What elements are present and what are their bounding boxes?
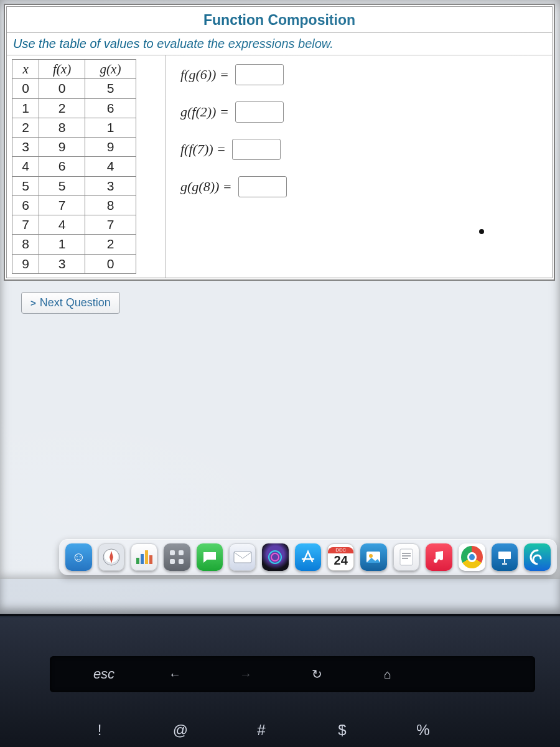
problem-frame-outer: Function Composition Use the table of va… bbox=[4, 4, 555, 281]
calendar-month-label: DEC bbox=[328, 547, 353, 553]
svg-point-10 bbox=[369, 554, 373, 558]
question-1-label: f(g(6)) = bbox=[180, 67, 229, 83]
grid-icon bbox=[169, 549, 185, 565]
svg-rect-11 bbox=[400, 549, 413, 565]
dock-safari-icon[interactable] bbox=[98, 543, 125, 571]
laptop-screen: Function Composition Use the table of va… bbox=[0, 0, 560, 616]
question-4-label: g(g(8)) = bbox=[180, 179, 232, 195]
next-question-label: Next Question bbox=[40, 296, 111, 309]
bar-chart-icon bbox=[136, 550, 152, 564]
macos-dock: ☺ bbox=[59, 539, 557, 575]
touch-bar: esc ← → ↻ ⌂ bbox=[50, 656, 535, 692]
question-4: g(g(8)) = bbox=[180, 176, 542, 197]
table-row: 6 7 8 bbox=[12, 195, 136, 215]
chevron-right-icon: > bbox=[30, 298, 36, 308]
svg-rect-6 bbox=[234, 552, 251, 563]
question-4-input[interactable] bbox=[238, 176, 287, 197]
touchbar-back-icon[interactable]: ← bbox=[158, 667, 192, 682]
next-question-button[interactable]: > Next Question bbox=[21, 292, 120, 314]
svg-point-8 bbox=[271, 553, 279, 561]
dock-edge-icon[interactable] bbox=[524, 543, 551, 571]
table-row: 7 4 7 bbox=[12, 215, 136, 235]
question-3-input[interactable] bbox=[232, 139, 281, 160]
col-header-x: x bbox=[12, 60, 39, 79]
dock-mail-icon[interactable] bbox=[229, 543, 256, 571]
svg-rect-4 bbox=[170, 559, 175, 564]
music-note-icon bbox=[432, 550, 447, 565]
table-row: 5 5 3 bbox=[12, 176, 136, 195]
values-table-cell: x f(x) g(x) 0 0 5 bbox=[7, 55, 166, 278]
dock-numbers-icon[interactable] bbox=[131, 543, 157, 571]
siri-wave-icon bbox=[266, 548, 284, 566]
document-icon bbox=[399, 548, 413, 566]
table-row: 4 6 4 bbox=[12, 157, 136, 176]
appstore-a-icon bbox=[300, 549, 316, 565]
instruction-text: Use the table of values to evaluate the … bbox=[7, 33, 552, 55]
svg-rect-12 bbox=[498, 552, 511, 559]
calendar-day-label: 24 bbox=[334, 553, 348, 567]
svg-rect-2 bbox=[170, 550, 175, 555]
key-dollar[interactable]: $ bbox=[324, 721, 361, 739]
question-3: f(f(7)) = bbox=[180, 139, 542, 160]
key-at[interactable]: @ bbox=[162, 721, 199, 739]
photo-icon bbox=[365, 549, 381, 565]
key-exclaim[interactable]: ! bbox=[81, 721, 118, 739]
svg-marker-1 bbox=[110, 551, 113, 563]
page-title: Function Composition bbox=[7, 7, 552, 33]
col-header-gx: g(x) bbox=[85, 60, 136, 79]
question-2-label: g(f(2)) = bbox=[180, 104, 229, 120]
swirl-icon bbox=[529, 548, 546, 566]
question-3-label: f(f(7)) = bbox=[180, 141, 226, 157]
dock-music-icon[interactable] bbox=[426, 543, 452, 571]
dock-siri-icon[interactable] bbox=[262, 543, 289, 571]
dock-chrome-icon[interactable] bbox=[459, 543, 485, 571]
browser-viewport: Function Composition Use the table of va… bbox=[0, 0, 560, 579]
mouse-cursor-icon bbox=[479, 229, 484, 234]
svg-rect-5 bbox=[179, 559, 184, 564]
touchbar-forward-icon[interactable]: → bbox=[229, 667, 263, 682]
dock-pages-icon[interactable] bbox=[393, 543, 420, 571]
svg-rect-3 bbox=[179, 550, 184, 555]
compass-icon bbox=[102, 548, 121, 566]
table-row: 3 9 9 bbox=[12, 138, 136, 157]
dock-preview-icon[interactable] bbox=[360, 543, 387, 571]
dock-messages-icon[interactable] bbox=[197, 543, 223, 571]
dock-keynote-icon[interactable] bbox=[492, 543, 518, 571]
table-row: 9 3 0 bbox=[12, 254, 136, 273]
key-percent[interactable]: % bbox=[404, 721, 442, 739]
problem-frame: Function Composition Use the table of va… bbox=[6, 6, 553, 278]
values-table: x f(x) g(x) 0 0 5 bbox=[12, 59, 136, 274]
question-1: f(g(6)) = bbox=[180, 64, 542, 85]
questions-column: f(g(6)) = g(f(2)) = f(f(7)) = g(g(8 bbox=[166, 55, 552, 278]
dock-finder-icon[interactable]: ☺ bbox=[65, 543, 92, 571]
question-1-input[interactable] bbox=[235, 64, 284, 85]
dock-launchpad-icon[interactable] bbox=[164, 543, 190, 571]
speech-bubble-icon bbox=[201, 548, 218, 566]
dock-appstore-icon[interactable] bbox=[295, 543, 322, 571]
touchbar-esc-key[interactable]: esc bbox=[87, 666, 121, 682]
question-2-input[interactable] bbox=[235, 101, 284, 123]
touchbar-home-icon[interactable]: ⌂ bbox=[371, 667, 404, 682]
table-row: 8 1 2 bbox=[12, 235, 136, 254]
keyboard-number-row: ! @ # $ % bbox=[44, 716, 541, 745]
key-hash[interactable]: # bbox=[243, 721, 280, 739]
table-row: 2 8 1 bbox=[12, 118, 136, 137]
table-row: 1 2 6 bbox=[12, 98, 136, 118]
touchbar-reload-icon[interactable]: ↻ bbox=[300, 667, 334, 682]
podium-icon bbox=[497, 549, 513, 565]
question-2: g(f(2)) = bbox=[180, 101, 542, 123]
col-header-fx: f(x) bbox=[39, 60, 85, 79]
work-area: x f(x) g(x) 0 0 5 bbox=[7, 55, 552, 278]
table-row: 0 0 5 bbox=[12, 79, 136, 98]
envelope-icon bbox=[233, 551, 252, 563]
dock-calendar-icon[interactable]: DEC 24 bbox=[327, 543, 354, 571]
